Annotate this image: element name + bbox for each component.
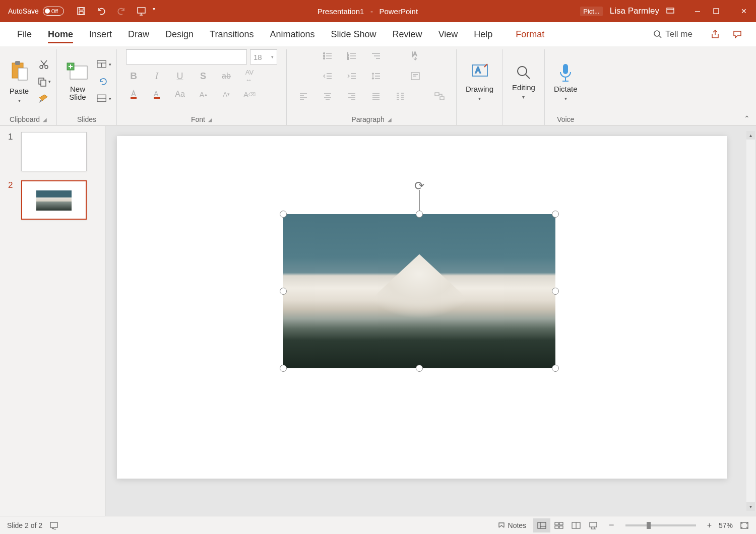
align-right-icon[interactable] [344,90,359,103]
resize-handle-e[interactable] [552,288,559,295]
maximize-icon[interactable] [713,8,729,15]
scroll-down-icon[interactable]: ▾ [746,502,755,511]
dialog-launcher-icon[interactable]: ◢ [43,117,47,122]
editing-button[interactable]: Editing ▾ [508,61,539,102]
tell-me-search[interactable]: Tell me [653,29,692,39]
thumbnail-2[interactable]: 2 [8,180,97,220]
menu-view[interactable]: View [430,22,466,46]
paste-button[interactable]: Paste ▾ [5,58,33,105]
smartart-icon[interactable] [432,90,447,103]
bold-icon[interactable]: B [126,70,141,83]
shrink-font-icon[interactable]: A▾ [219,88,234,101]
qat-customize-icon[interactable]: ▾ [153,6,155,16]
text-direction-icon[interactable]: |A [408,49,423,62]
toggle-switch[interactable]: Off [43,7,64,16]
comments-icon[interactable] [730,27,745,42]
section-icon[interactable]: ▾ [96,92,111,105]
reading-view-icon[interactable] [568,518,585,532]
minimize-icon[interactable]: ─ [689,7,706,15]
drawing-button[interactable]: A Drawing ▾ [462,60,497,103]
notes-button[interactable]: Notes [497,521,527,529]
increase-indent-icon[interactable] [344,70,359,83]
numbering-icon[interactable]: 123 [344,49,359,62]
copy-icon[interactable]: ▾ [36,75,51,88]
sorter-view-icon[interactable] [550,518,568,532]
undo-icon[interactable] [96,6,106,16]
zoom-in-icon[interactable]: + [707,521,712,530]
autosave-toggle[interactable]: AutoSave Off [8,7,64,16]
resize-handle-nw[interactable] [280,211,287,218]
decrease-indent-icon[interactable] [320,70,335,83]
zoom-thumb[interactable] [647,522,651,529]
resize-handle-s[interactable] [416,365,423,372]
slideshow-start-icon[interactable] [137,6,148,16]
zoom-out-icon[interactable]: − [609,520,614,530]
change-case-icon[interactable]: Aa [172,88,187,101]
menu-file[interactable]: File [9,22,40,46]
reset-icon[interactable] [96,75,111,88]
zoom-slider[interactable] [625,524,696,526]
share-icon[interactable] [708,27,723,42]
menu-draw[interactable]: Draw [120,22,157,46]
dialog-launcher-icon[interactable]: ◢ [208,117,212,122]
close-icon[interactable]: ✕ [736,7,752,15]
layout-icon[interactable]: ▾ [96,58,111,71]
shadow-icon[interactable]: S [196,70,211,83]
selected-image[interactable]: ⟳ [283,214,555,368]
format-painter-icon[interactable] [36,92,51,105]
char-spacing-icon[interactable]: AV↔ [242,70,257,83]
slide-canvas-area[interactable]: ⟳ ▴ ▾ [106,126,756,516]
bullets-icon[interactable] [320,49,335,62]
spellcheck-icon[interactable] [49,521,59,529]
slide-canvas[interactable]: ⟳ [117,136,727,479]
new-slide-button[interactable]: New Slide [62,60,93,104]
font-size-select[interactable]: 18▾ [250,49,277,64]
resize-handle-w[interactable] [280,288,287,295]
line-spacing-icon[interactable] [368,70,384,83]
menu-animations[interactable]: Animations [262,22,323,46]
menu-format[interactable]: Format [508,22,552,46]
resize-handle-sw[interactable] [280,365,287,372]
list-level-icon[interactable] [368,49,384,62]
clear-format-icon[interactable]: A⌫ [242,88,257,101]
align-left-icon[interactable] [296,90,311,103]
menu-help[interactable]: Help [466,22,500,46]
grow-font-icon[interactable]: A▴ [196,88,211,101]
resize-handle-n[interactable] [416,211,423,218]
normal-view-icon[interactable] [533,518,550,532]
dialog-launcher-icon[interactable]: ◢ [388,117,392,122]
scroll-up-icon[interactable]: ▴ [746,131,755,140]
thumbnail-preview[interactable] [21,180,87,220]
slideshow-view-icon[interactable] [585,518,602,532]
cut-icon[interactable] [36,58,51,71]
resize-handle-ne[interactable] [552,211,559,218]
thumbnail-preview[interactable] [21,132,87,171]
fit-to-window-icon[interactable] [740,521,749,529]
menu-home[interactable]: Home [40,22,81,46]
save-icon[interactable] [76,6,86,16]
menu-insert[interactable]: Insert [81,22,120,46]
collapse-ribbon-icon[interactable]: ⌃ [738,111,756,125]
menu-slideshow[interactable]: Slide Show [323,22,385,46]
menu-transitions[interactable]: Transitions [202,22,262,46]
menu-design[interactable]: Design [157,22,202,46]
italic-icon[interactable]: I [149,70,164,83]
strikethrough-icon[interactable]: ab [219,70,234,83]
columns-icon[interactable] [393,90,408,103]
vertical-scrollbar[interactable]: ▴ ▾ [746,131,755,511]
thumbnail-1[interactable]: 1 [8,132,97,171]
align-center-icon[interactable] [320,90,335,103]
menu-review[interactable]: Review [385,22,430,46]
align-text-icon[interactable] [408,70,423,83]
justify-icon[interactable] [368,90,384,103]
mountain-photo[interactable] [283,214,555,368]
underline-icon[interactable]: U [172,70,187,83]
rotation-handle-icon[interactable]: ⟳ [412,179,426,193]
redo-icon[interactable] [116,6,127,16]
highlight-icon[interactable]: A [149,88,164,101]
dictate-button[interactable]: Dictate ▾ [550,60,582,103]
zoom-level[interactable]: 57% [719,521,733,529]
slide-indicator[interactable]: Slide 2 of 2 [7,521,42,529]
font-family-select[interactable] [126,49,247,64]
font-color-icon[interactable] [126,88,141,101]
